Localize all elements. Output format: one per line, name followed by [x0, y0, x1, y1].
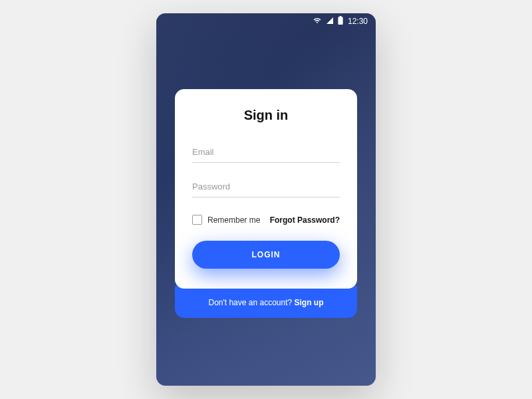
battery-icon — [338, 16, 343, 27]
status-bar: 12:30 — [156, 13, 376, 29]
password-field[interactable] — [192, 176, 340, 198]
signin-title: Sign in — [192, 108, 340, 123]
forgot-password-link[interactable]: Forgot Password? — [270, 215, 340, 225]
signup-prompt: Don't have an account? — [208, 298, 294, 307]
signup-link[interactable]: Sign up — [295, 298, 324, 307]
cellular-signal-icon — [325, 17, 334, 27]
signup-bar: Don't have an account? Sign up — [175, 286, 357, 318]
wifi-icon — [313, 17, 322, 27]
remember-me-checkbox[interactable] — [192, 215, 202, 225]
remember-me-wrapper: Remember me — [192, 215, 260, 225]
remember-me-label: Remember me — [207, 215, 260, 225]
login-button[interactable]: LOGIN — [192, 241, 340, 269]
email-field[interactable] — [192, 142, 340, 163]
status-clock: 12:30 — [348, 17, 368, 26]
signin-card: Sign in Remember me Forgot Password? LOG… — [175, 89, 357, 289]
phone-frame: 12:30 Sign in Remember me Forgot Passwor… — [156, 13, 376, 386]
card-container: Sign in Remember me Forgot Password? LOG… — [156, 29, 376, 318]
options-row: Remember me Forgot Password? — [192, 215, 340, 225]
